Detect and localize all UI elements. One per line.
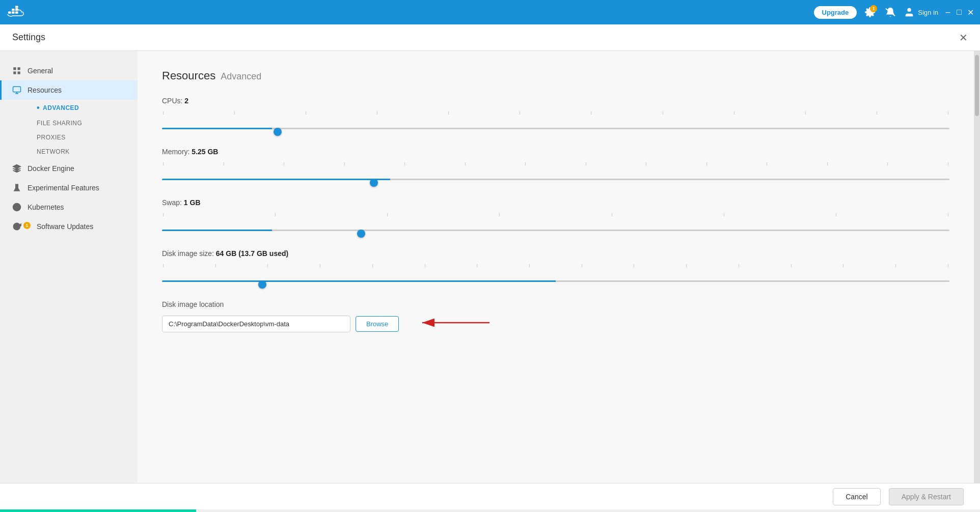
- updates-icon: [12, 222, 21, 231]
- sidebar-resources-sub: ADVANCED FILE SHARING PROXIES NETWORK: [0, 100, 138, 159]
- close-button[interactable]: ✕: [967, 9, 974, 16]
- cancel-button[interactable]: Cancel: [833, 488, 881, 505]
- page-title: Resources: [162, 69, 215, 82]
- title-bar-left: [6, 5, 24, 19]
- docker-logo: [6, 5, 24, 19]
- svg-rect-5: [15, 6, 18, 8]
- cpus-value: 2: [184, 97, 188, 105]
- settings-header: Settings ✕: [0, 24, 980, 51]
- sidebar-software-updates-label: Software Updates: [37, 222, 93, 231]
- disk-label: Disk image size: 64 GB (13.7 GB used): [162, 249, 949, 258]
- sidebar-sub-file-sharing[interactable]: FILE SHARING: [29, 116, 138, 130]
- memory-ticks: [162, 161, 949, 167]
- swap-slider[interactable]: [162, 230, 949, 231]
- svg-rect-10: [18, 67, 20, 70]
- cpus-slider-section: CPUs: 2: [162, 97, 949, 131]
- sidebar-sub-network[interactable]: NETWORK: [29, 145, 138, 159]
- sidebar-docker-engine-label: Docker Engine: [28, 164, 74, 173]
- kubernetes-icon: [12, 203, 21, 212]
- cpus-ticks: [162, 110, 949, 116]
- docker-whale-icon: [6, 5, 24, 19]
- svg-point-8: [908, 8, 911, 12]
- svg-marker-16: [13, 165, 21, 169]
- red-arrow-icon: [414, 312, 496, 333]
- sign-in-button[interactable]: Sign in: [904, 7, 938, 18]
- disk-track-container: [162, 263, 949, 275]
- svg-rect-13: [13, 87, 21, 92]
- settings-badge: 1: [870, 5, 877, 12]
- settings-close-button[interactable]: ✕: [959, 32, 968, 44]
- scrollbar-track[interactable]: [974, 51, 980, 483]
- memory-value: 5.25 GB: [192, 148, 218, 156]
- sidebar-item-kubernetes[interactable]: Kubernetes: [0, 197, 138, 217]
- settings-icon-btn[interactable]: 1: [863, 5, 877, 19]
- svg-rect-12: [18, 72, 20, 74]
- window-controls: – □ ✕: [944, 9, 974, 16]
- disk-slider[interactable]: [162, 280, 949, 282]
- user-icon: [904, 7, 915, 18]
- sidebar-general-label: General: [28, 67, 53, 75]
- svg-rect-1: [12, 12, 15, 14]
- cpus-track-container: [162, 110, 949, 122]
- swap-label: Swap: 1 GB: [162, 198, 949, 207]
- page-subtitle: Advanced: [221, 71, 261, 82]
- apply-restart-button[interactable]: Apply & Restart: [889, 488, 964, 505]
- disk-slider-section: Disk image size: 64 GB (13.7 GB used): [162, 249, 949, 284]
- svg-rect-3: [12, 9, 15, 11]
- memory-track-container: [162, 161, 949, 173]
- sidebar-item-software-updates[interactable]: 1 Software Updates: [0, 217, 138, 236]
- flask-icon: [12, 183, 21, 192]
- disk-value: 64 GB (13.7 GB used): [216, 249, 288, 258]
- swap-value: 1 GB: [184, 198, 201, 207]
- updates-icon-wrapper: 1: [12, 222, 31, 231]
- sidebar-kubernetes-label: Kubernetes: [28, 203, 64, 211]
- disk-ticks: [162, 263, 949, 269]
- sidebar-experimental-label: Experimental Features: [28, 184, 99, 192]
- scrollbar-thumb[interactable]: [975, 55, 979, 116]
- grid-icon: [12, 66, 21, 75]
- sidebar-item-general[interactable]: General: [0, 61, 138, 80]
- sidebar-item-resources[interactable]: Resources: [0, 80, 138, 100]
- title-bar-right: Upgrade 1 Sign in – □ ✕: [814, 5, 974, 19]
- main-layout: General Resources ADVANCED FILE SHARING …: [0, 51, 980, 483]
- minimize-button[interactable]: –: [944, 9, 951, 16]
- svg-rect-11: [13, 72, 16, 74]
- upgrade-button[interactable]: Upgrade: [814, 6, 857, 19]
- sidebar-sub-advanced[interactable]: ADVANCED: [29, 100, 138, 116]
- notifications-icon-btn[interactable]: [883, 5, 897, 19]
- swap-ticks: [162, 212, 949, 218]
- progress-bar: [0, 509, 980, 512]
- disk-location-input[interactable]: [162, 316, 350, 332]
- disk-location-label: Disk image location: [162, 300, 949, 308]
- engine-icon: [12, 164, 21, 173]
- content-area: Resources Advanced CPUs: 2: [138, 51, 974, 483]
- sidebar-resources-label: Resources: [28, 86, 62, 94]
- resources-icon: [12, 86, 21, 95]
- sidebar: General Resources ADVANCED FILE SHARING …: [0, 51, 138, 483]
- svg-rect-0: [8, 12, 11, 14]
- sidebar-sub-proxies[interactable]: PROXIES: [29, 130, 138, 145]
- sidebar-item-experimental[interactable]: Experimental Features: [0, 178, 138, 197]
- swap-slider-section: Swap: 1 GB: [162, 198, 949, 233]
- memory-label: Memory: 5.25 GB: [162, 148, 949, 156]
- maximize-button[interactable]: □: [956, 9, 963, 16]
- swap-track-container: [162, 212, 949, 224]
- content-title: Resources Advanced: [162, 69, 949, 82]
- sidebar-item-docker-engine[interactable]: Docker Engine: [0, 159, 138, 178]
- red-arrow-container: [414, 312, 496, 335]
- memory-slider[interactable]: [162, 179, 949, 180]
- svg-point-6: [21, 12, 23, 13]
- memory-slider-section: Memory: 5.25 GB: [162, 148, 949, 182]
- notifications-icon: [885, 7, 896, 18]
- browse-button[interactable]: Browse: [356, 316, 399, 332]
- svg-rect-2: [15, 12, 18, 14]
- title-bar: Upgrade 1 Sign in – □ ✕: [0, 0, 980, 24]
- updates-badge: 1: [23, 222, 31, 229]
- disk-location-section: Disk image location Browse: [162, 300, 949, 335]
- sign-in-label: Sign in: [918, 9, 938, 16]
- bottom-bar: Cancel Apply & Restart: [0, 483, 980, 509]
- cpus-label: CPUs: 2: [162, 97, 949, 105]
- svg-rect-9: [13, 67, 16, 70]
- settings-title: Settings: [12, 32, 45, 43]
- cpus-slider[interactable]: [162, 128, 949, 129]
